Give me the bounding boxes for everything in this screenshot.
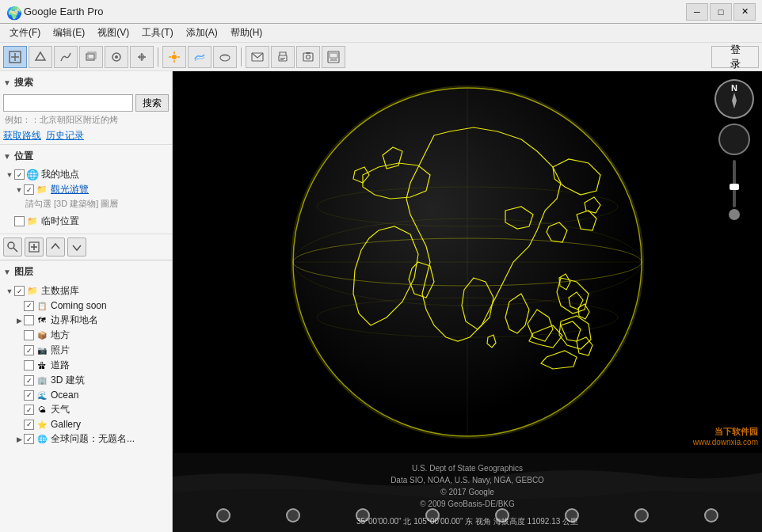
toolbar-btn5[interactable] xyxy=(105,46,128,68)
places-checkbox[interactable] xyxy=(24,330,34,340)
photos-checkbox[interactable] xyxy=(24,345,34,355)
map-area[interactable]: 导览 U.S. Dept of State Geographics Data S… xyxy=(173,71,762,532)
toolbar-atmosphere[interactable] xyxy=(188,46,211,68)
history-link[interactable]: 历史记录 xyxy=(46,129,84,142)
main-db-checkbox[interactable] xyxy=(14,286,25,296)
layer-global[interactable]: ▶ 🌐 全球问题：无题名... xyxy=(3,431,169,446)
layer-coming-soon[interactable]: 📋 Coming soon xyxy=(3,298,169,313)
temp-places-checkbox[interactable] xyxy=(14,216,25,226)
weather-checkbox[interactable] xyxy=(24,405,34,415)
layer-photos[interactable]: 📷 照片 xyxy=(3,343,169,358)
my-places-expand[interactable]: ▼ xyxy=(5,170,14,180)
borders-expand[interactable]: ▶ xyxy=(14,316,24,325)
roads-checkbox[interactable] xyxy=(24,360,34,370)
pos-down-btn[interactable] xyxy=(67,238,86,256)
menu-add[interactable]: 添加(A) xyxy=(180,25,224,41)
sightseeing-expand[interactable]: ▼ xyxy=(14,185,24,195)
app-title: Google Earth Pro xyxy=(24,6,686,17)
svg-rect-19 xyxy=(280,59,284,60)
window-controls: ─ □ ✕ xyxy=(686,3,756,21)
toolbar-save-image[interactable] xyxy=(322,46,345,68)
layer-3d-buildings[interactable]: 🏢 3D 建筑 xyxy=(3,373,169,388)
toolbar-print[interactable] xyxy=(271,46,295,68)
main-db-expand[interactable]: ▼ xyxy=(5,287,14,296)
menu-view[interactable]: 视图(V) xyxy=(91,25,135,41)
toolbar-add-path[interactable] xyxy=(54,46,78,68)
3d-checkbox[interactable] xyxy=(24,375,34,386)
sightseeing-checkbox[interactable] xyxy=(24,184,34,195)
main-layout: ▼ 搜索 搜索 例如：：北京朝阳区附近的烤 获取路线 历史记录 ▼ 位置 ▼ xyxy=(0,71,762,532)
roads-icon: 🛣 xyxy=(36,359,48,372)
close-button[interactable]: ✕ xyxy=(733,3,756,21)
layer-header[interactable]: ▼ 图层 xyxy=(3,264,169,280)
toolbar: 登录 xyxy=(0,43,762,71)
temp-places-expand[interactable] xyxy=(5,217,14,226)
pos-up-btn[interactable] xyxy=(46,238,65,256)
get-route-link[interactable]: 获取路线 xyxy=(3,129,41,142)
gallery-label: Gallery xyxy=(51,419,81,430)
my-places-item[interactable]: ▼ 🌐 我的地点 xyxy=(3,167,169,182)
position-header[interactable]: ▼ 位置 xyxy=(3,148,169,165)
weather-expand xyxy=(14,405,24,415)
toolbar-email[interactable] xyxy=(246,46,269,68)
maximize-button[interactable]: □ xyxy=(710,3,732,21)
search-label: 搜索 xyxy=(14,76,33,89)
toolbar-sep2 xyxy=(241,48,242,66)
minimize-button[interactable]: ─ xyxy=(686,3,708,21)
toolbar-screenshot[interactable] xyxy=(296,46,320,68)
zoom-control[interactable] xyxy=(718,124,750,155)
borders-checkbox[interactable] xyxy=(24,315,34,325)
global-checkbox[interactable] xyxy=(24,434,34,444)
menu-help[interactable]: 帮助(H) xyxy=(224,25,269,41)
temp-places-item[interactable]: 📁 临时位置 xyxy=(3,214,169,229)
ocean-checkbox[interactable] xyxy=(24,390,34,401)
search-header[interactable]: ▼ 搜索 xyxy=(3,74,169,91)
coming-checkbox[interactable] xyxy=(24,301,34,311)
global-expand[interactable]: ▶ xyxy=(14,435,24,444)
layer-places[interactable]: 📦 地方 xyxy=(3,328,169,343)
svg-marker-3 xyxy=(36,52,45,60)
sightseeing-item[interactable]: ▼ 📁 觀光游覽 xyxy=(3,182,169,197)
svg-point-25 xyxy=(8,242,14,249)
toolbar-ocean[interactable] xyxy=(213,46,237,68)
pos-add-btn[interactable] xyxy=(25,238,44,256)
layer-main-db[interactable]: ▼ 📁 主数据库 xyxy=(3,283,169,298)
gallery-icon: ⭐ xyxy=(36,418,48,431)
roads-label: 道路 xyxy=(51,359,70,372)
buildings-hint-item: 請勾選 [3D 建築物] 圖層 xyxy=(3,197,169,211)
toolbar-sun[interactable] xyxy=(162,46,186,68)
my-places-label: 我的地点 xyxy=(41,168,79,181)
3d-icon: 🏢 xyxy=(36,374,48,387)
search-input[interactable] xyxy=(3,94,133,112)
layer-ocean[interactable]: 🌊 Ocean xyxy=(3,388,169,402)
layer-roads[interactable]: 🛣 道路 xyxy=(3,358,169,373)
toolbar-add-overlay[interactable] xyxy=(79,46,103,68)
layer-weather[interactable]: 🌤 天气 xyxy=(3,402,169,417)
toolbar-btn6[interactable] xyxy=(130,46,154,68)
gallery-checkbox[interactable] xyxy=(24,420,34,430)
login-button[interactable]: 登录 xyxy=(711,46,759,68)
toolbar-add-placemark[interactable] xyxy=(3,46,27,68)
layer-gallery[interactable]: ⭐ Gallery xyxy=(3,417,169,431)
menu-file[interactable]: 文件(F) xyxy=(3,25,47,41)
svg-rect-22 xyxy=(306,52,311,54)
my-places-checkbox[interactable] xyxy=(14,169,25,180)
photos-label: 照片 xyxy=(51,344,70,357)
watermark-text1: 当下软件园 xyxy=(714,426,758,438)
layer-borders[interactable]: ▶ 🗺 边界和地名 xyxy=(3,313,169,328)
slider-bottom xyxy=(729,209,740,220)
svg-rect-20 xyxy=(303,53,313,61)
layer-section[interactable]: ▼ 图层 ▼ 📁 主数据库 📋 Coming soon ▶ 🗺 xyxy=(0,260,172,532)
tilt-slider[interactable] xyxy=(729,160,740,220)
menu-edit[interactable]: 编辑(E) xyxy=(47,25,91,41)
sightseeing-label[interactable]: 觀光游覽 xyxy=(51,183,89,196)
ocean-expand xyxy=(14,390,24,400)
toolbar-add-polygon[interactable] xyxy=(29,46,52,68)
search-triangle: ▼ xyxy=(3,78,11,87)
search-button[interactable]: 搜索 xyxy=(135,94,169,112)
street-dot-1 xyxy=(216,508,231,522)
pos-search-btn[interactable] xyxy=(3,238,22,256)
compass[interactable]: N xyxy=(714,79,754,119)
menu-tools[interactable]: 工具(T) xyxy=(135,25,179,41)
svg-point-9 xyxy=(172,55,177,59)
